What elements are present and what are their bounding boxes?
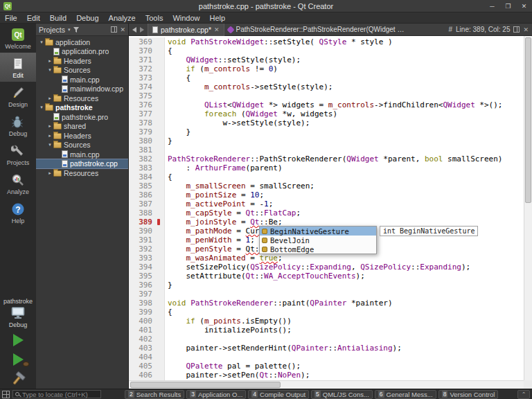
- symbol-dropdown[interactable]: PathStrokeRenderer::PathStrokeRenderer(Q…: [228, 26, 405, 33]
- completion-item-BeginNativeGesture[interactable]: BeginNativeGesture: [260, 227, 376, 236]
- code-line-404[interactable]: 404: [129, 353, 524, 362]
- code-line-381[interactable]: 381: [129, 145, 524, 154]
- mode-analyze[interactable]: Analyze: [0, 169, 36, 198]
- code-line-378[interactable]: 378 w->setStyle(style);: [129, 118, 524, 127]
- kit-selector[interactable]: pathstroke Debug: [0, 296, 36, 330]
- mode-welcome[interactable]: Qt Welcome: [0, 24, 36, 53]
- tree-item-main.cpp[interactable]: main.cpp: [36, 75, 128, 85]
- code-line-373[interactable]: 373 {: [129, 73, 524, 82]
- horizontal-scrollbar-thumb[interactable]: [130, 382, 281, 388]
- output-pane-toggle[interactable]: ⌃: [517, 390, 530, 399]
- collapse-icon[interactable]: ▾: [38, 105, 45, 110]
- tree-item-Sources[interactable]: ▾Sources: [36, 141, 128, 150]
- code-line-371[interactable]: 371 QWidget::setStyle(style);: [129, 55, 524, 64]
- projects-pane-title[interactable]: Projects: [39, 26, 65, 34]
- tree-item-pathstroke.cpp[interactable]: pathstroke.cpp: [36, 159, 128, 169]
- code-line-398[interactable]: 398void PathStrokeRenderer::paint(QPaint…: [129, 299, 524, 308]
- code-line-376[interactable]: 376 QList<QWidget *> widgets = m_control…: [129, 100, 524, 109]
- code-line-399[interactable]: 399{: [129, 308, 524, 317]
- output-pane-button-6[interactable]: 6General Mess...: [375, 390, 436, 399]
- output-pane-button-3[interactable]: 3Application O...: [186, 390, 246, 399]
- expand-icon[interactable]: ▸: [46, 170, 53, 176]
- tree-item-pathstroke[interactable]: ▾pathstroke: [36, 103, 128, 113]
- code-line-382[interactable]: 382PathStrokeRenderer::PathStrokeRendere…: [129, 154, 524, 163]
- output-pane-button-4[interactable]: 4Compile Output: [248, 390, 309, 399]
- menu-debug[interactable]: Debug: [71, 12, 103, 23]
- code-line-406[interactable]: 406 painter->setPen(Qt::NoPen);: [129, 371, 524, 380]
- code-line-385[interactable]: 385 m_smallScreen = smallScreen;: [129, 181, 524, 190]
- code-line-403[interactable]: 403 painter->setRenderHint(QPainter::Ant…: [129, 344, 524, 353]
- run-button[interactable]: [0, 330, 36, 350]
- code-line-370[interactable]: 370{: [129, 46, 524, 55]
- close-editor-icon[interactable]: ✕: [523, 26, 529, 33]
- code-line-375[interactable]: 375: [129, 91, 524, 100]
- close-button[interactable]: ✕: [516, 0, 532, 12]
- forward-icon[interactable]: [140, 27, 144, 33]
- tab-close-icon[interactable]: ✕: [214, 26, 220, 33]
- locator-menu-icon[interactable]: [2, 391, 10, 398]
- code-line-387[interactable]: 387 m_activePoint = -1;: [129, 200, 524, 209]
- chevron-down-icon[interactable]: ▾: [68, 27, 71, 33]
- code-line-386[interactable]: 386 m_pointSize = 10;: [129, 190, 524, 200]
- menu-help[interactable]: Help: [205, 12, 231, 23]
- code-line-369[interactable]: 369void PathStrokeWidget::setStyle( QSty…: [129, 37, 524, 46]
- expand-icon[interactable]: ▸: [46, 123, 53, 129]
- code-line-372[interactable]: 372 if (m_controls != 0): [129, 64, 524, 73]
- hash-icon[interactable]: #: [449, 26, 453, 33]
- expand-icon[interactable]: ▸: [46, 58, 53, 64]
- mode-help[interactable]: ? Help: [0, 198, 36, 227]
- code-line-394[interactable]: 394 setSizePolicy(QSizePolicy::Expanding…: [129, 263, 524, 272]
- build-button[interactable]: [0, 369, 36, 389]
- output-pane-button-8[interactable]: 8Version Control: [438, 390, 499, 399]
- code-line-388[interactable]: 388 m_capStyle = Qt::FlatCap;: [129, 209, 524, 218]
- debug-run-button[interactable]: [0, 350, 36, 369]
- vertical-scrollbar-thumb[interactable]: [525, 37, 531, 203]
- code-line-383[interactable]: 383 : ArthurFrame(parent): [129, 163, 524, 172]
- code-area[interactable]: 369void PathStrokeWidget::setStyle( QSty…: [129, 36, 524, 380]
- tree-item-Resources[interactable]: ▸Resources: [36, 168, 128, 178]
- close-pane-icon[interactable]: ✕: [120, 26, 125, 33]
- output-pane-button-2[interactable]: 2Search Results: [125, 390, 184, 399]
- menu-window[interactable]: Window: [168, 12, 204, 23]
- tree-item-application.pro[interactable]: application.pro: [36, 47, 128, 57]
- menu-tools[interactable]: Tools: [141, 12, 168, 23]
- code-line-380[interactable]: 380}: [129, 136, 524, 145]
- code-line-374[interactable]: 374 m_controls->setStyle(style);: [129, 82, 524, 91]
- mode-projects[interactable]: Projects: [0, 140, 36, 169]
- code-line-397[interactable]: 397: [129, 290, 524, 299]
- split-editor-icon[interactable]: [513, 26, 520, 33]
- mode-design[interactable]: Design: [0, 82, 36, 111]
- code-line-402[interactable]: 402: [129, 335, 524, 344]
- vertical-scrollbar[interactable]: [524, 36, 532, 380]
- editor[interactable]: 369void PathStrokeWidget::setStyle( QSty…: [129, 36, 532, 389]
- open-document-tab[interactable]: pathstroke.cpp* ✕: [148, 24, 224, 36]
- split-icon[interactable]: [111, 26, 117, 33]
- completion-item-BottomEdge[interactable]: BottomEdge: [260, 245, 376, 254]
- code-line-393[interactable]: 393 m_wasAnimated = true;: [129, 254, 524, 263]
- code-line-401[interactable]: 401 initializePoints();: [129, 326, 524, 335]
- code-line-405[interactable]: 405 QPalette pal = palette();: [129, 362, 524, 371]
- tree-item-mainwindow.cpp[interactable]: mainwindow.cpp: [36, 85, 128, 94]
- collapse-icon[interactable]: ▾: [46, 142, 53, 148]
- tree-item-application[interactable]: ▾application: [36, 37, 128, 47]
- completion-item-BevelJoin[interactable]: BevelJoin: [260, 236, 376, 245]
- output-pane-button-5[interactable]: 5QML/JS Cons...: [311, 390, 373, 399]
- expand-icon[interactable]: ▸: [46, 96, 53, 101]
- tree-item-Headers[interactable]: ▸Headers: [36, 131, 128, 141]
- collapse-icon[interactable]: ▾: [46, 67, 53, 73]
- menu-analyze[interactable]: Analyze: [104, 12, 141, 23]
- tree-item-Headers[interactable]: ▸Headers: [36, 56, 128, 66]
- minimize-button[interactable]: ─: [484, 0, 500, 12]
- horizontal-scrollbar[interactable]: [129, 380, 524, 389]
- expand-icon[interactable]: ▸: [46, 133, 53, 139]
- tree-item-Sources[interactable]: ▾Sources: [36, 66, 128, 76]
- menu-file[interactable]: File: [0, 12, 22, 23]
- mode-debug[interactable]: Debug: [0, 111, 36, 140]
- maximize-button[interactable]: ❐: [500, 0, 516, 12]
- tree-item-main.cpp[interactable]: main.cpp: [36, 150, 128, 159]
- mode-edit[interactable]: Edit: [0, 53, 36, 82]
- code-line-377[interactable]: 377 foreach (QWidget *w, widgets): [129, 109, 524, 118]
- code-line-396[interactable]: 396}: [129, 281, 524, 290]
- tree-item-shared[interactable]: ▸shared: [36, 122, 128, 132]
- code-line-400[interactable]: 400 if (m_points.isEmpty()): [129, 317, 524, 326]
